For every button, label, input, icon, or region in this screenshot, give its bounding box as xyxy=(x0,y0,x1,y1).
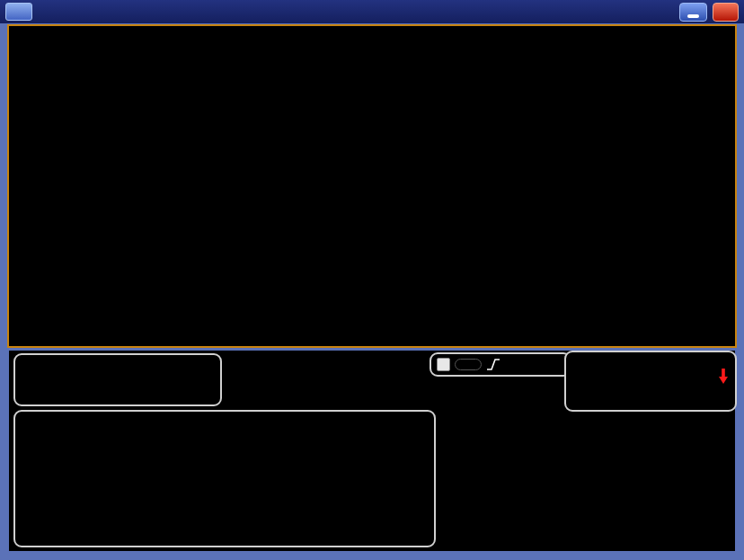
readout-area xyxy=(9,351,735,551)
menu-bar xyxy=(0,0,744,23)
stopped-arrow-icon xyxy=(719,369,728,384)
minimize-icon xyxy=(687,14,699,18)
close-button[interactable] xyxy=(713,3,739,22)
trigger-source-badge xyxy=(455,359,482,370)
menu-spacer xyxy=(32,0,652,23)
trigger-a-badge xyxy=(437,358,450,371)
timebase-panel xyxy=(564,351,737,412)
minimize-button[interactable] xyxy=(679,3,707,22)
waveform-display[interactable] xyxy=(7,24,737,348)
trigger-readout-panel xyxy=(430,352,571,377)
measurements-panel xyxy=(13,410,436,547)
rising-edge-icon xyxy=(486,358,500,371)
channel-readout-panel xyxy=(13,353,222,406)
menu-dropdown-button[interactable] xyxy=(5,3,32,21)
scope-window xyxy=(0,0,744,560)
waveform-svg xyxy=(9,26,735,346)
